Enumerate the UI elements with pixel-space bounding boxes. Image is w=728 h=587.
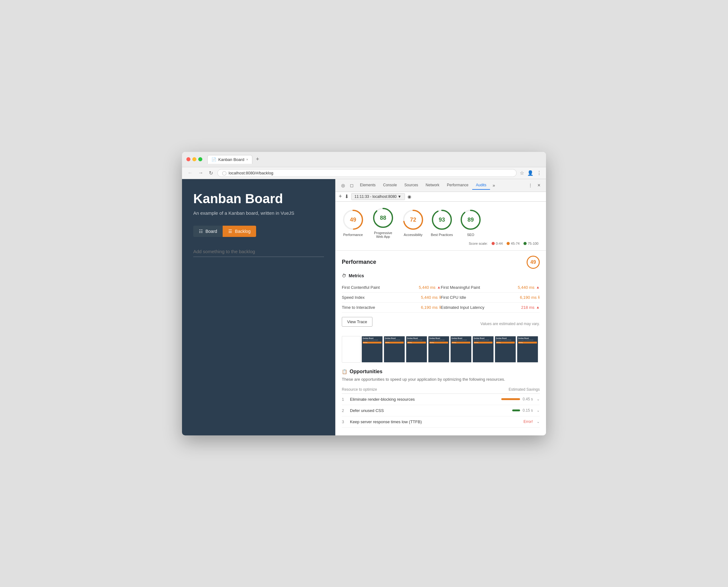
fcp-label: First Contentful Paint [342, 285, 380, 290]
forward-button[interactable]: → [197, 169, 205, 176]
close-traffic-light[interactable] [186, 157, 190, 161]
filmstrip-frame-7: Kanban Board An example of a Kanban boar… [495, 336, 516, 362]
pwa-score-number: 88 [380, 214, 386, 221]
kanban-subtitle: An example of a Kanban board, written in… [193, 210, 324, 216]
accessibility-score-label: Accessibility [404, 233, 423, 237]
devtools-toolbar: ◎ ◻ Elements Console Sources Network Per… [336, 179, 546, 192]
add-audit-button[interactable]: + [339, 193, 342, 200]
scale-red-dot [492, 242, 495, 245]
fci-value-row: 6,190 ms ℹ [520, 295, 540, 300]
opp-3-chevron[interactable]: ⌄ [537, 420, 540, 424]
backlog-button[interactable]: ☰ Backlog [223, 226, 256, 237]
scale-green: 75-100 [523, 242, 539, 245]
opp-2-chevron[interactable]: ⌄ [537, 408, 540, 413]
metric-estimated-input-latency: Estimated Input Latency 218 ms ▲ [441, 303, 540, 312]
opp-1-savings-row: 0.45 s [501, 397, 533, 401]
opp-2-savings-row: 0.15 s [512, 408, 533, 413]
scores-row: 49 Performance 88 Progress [342, 207, 540, 238]
metrics-subsection-header: ⏱ Metrics [342, 273, 540, 278]
devtools-secondary-bar: + ⬇ 11:11:33 - localhost:8080 ▼ ◉ [336, 192, 546, 202]
tab-audits[interactable]: Audits [472, 181, 490, 190]
score-accessibility[interactable]: 72 Accessibility [402, 209, 424, 237]
accessibility-circle: 72 [402, 209, 424, 231]
opp-1-chevron[interactable]: ⌄ [537, 397, 540, 401]
opp-3-num: 3 [342, 420, 346, 424]
opp-3-name: Keep server response times low (TTFB) [350, 420, 520, 424]
tab-close-button[interactable]: × [246, 158, 248, 161]
filmstrip-frame-4: Kanban Board An example of a Kanban boar… [428, 336, 449, 362]
eil-label: Estimated Input Latency [441, 305, 484, 310]
metric-speed-index: Speed Index 5,440 ms ℹ [342, 292, 441, 303]
device-toolbar-button[interactable]: ◻ [347, 182, 356, 189]
opp-2-savings-bar [512, 409, 520, 411]
eil-icon: ▲ [536, 305, 540, 309]
audit-session-selector[interactable]: 11:11:33 - localhost:8080 ▼ [351, 193, 405, 200]
board-button[interactable]: ☷ Board [193, 226, 223, 237]
score-performance[interactable]: 49 Performance [342, 209, 364, 237]
kanban-nav: ☷ Board ☰ Backlog [193, 226, 324, 237]
devtools-options-button[interactable]: ⋮ [526, 182, 535, 189]
tab-sources[interactable]: Sources [401, 181, 422, 190]
performance-section: Performance 49 ⏱ Metrics First Contentfu… [336, 251, 546, 436]
download-button[interactable]: ⬇ [345, 193, 349, 199]
tab-network[interactable]: Network [422, 181, 443, 190]
section-header: Performance 49 [342, 256, 540, 269]
tab-icon: 📄 [211, 157, 217, 162]
filmstrip-blank-frame [342, 336, 361, 362]
tab-console[interactable]: Console [379, 181, 401, 190]
tab-elements[interactable]: Elements [356, 181, 379, 190]
opp-2-name: Defer unused CSS [350, 408, 508, 413]
score-seo[interactable]: 89 SEO [459, 209, 482, 237]
view-trace-button[interactable]: View Trace [342, 317, 372, 327]
back-button[interactable]: ← [186, 169, 194, 176]
profile-icon[interactable]: 👤 [527, 170, 533, 176]
si-value: 5,440 ms [421, 295, 437, 300]
filmstrip-frame-2: Kanban Board An example of a Kanban boar… [384, 336, 405, 362]
backlog-input[interactable] [193, 246, 324, 257]
metric-first-contentful-paint: First Contentful Paint 5,440 ms ▲ [342, 283, 441, 292]
more-tabs-button[interactable]: » [490, 181, 498, 190]
devtools-close-button[interactable]: × [535, 181, 543, 189]
col-savings-label: Estimated Savings [509, 387, 540, 392]
estimated-note: Values are estimated and may vary. [480, 322, 540, 326]
si-label: Speed Index [342, 295, 365, 300]
menu-icon[interactable]: ⋮ [537, 170, 542, 176]
reload-audit-button[interactable]: ◉ [407, 194, 411, 199]
filmstrip: Kanban Board An example of a Kanban boar… [342, 336, 540, 362]
score-best-practices[interactable]: 93 Best Practices [431, 209, 453, 237]
tab-performance[interactable]: Performance [443, 181, 472, 190]
address-input[interactable]: ◯ localhost:8080/#/backlog [217, 169, 517, 177]
fmp-label: First Meaningful Paint [441, 285, 480, 290]
tti-value: 6,190 ms [421, 305, 437, 310]
pwa-circle: 88 [372, 207, 394, 229]
opportunities-description: These are opportunities to speed up your… [342, 377, 540, 382]
new-tab-button[interactable]: + [254, 155, 262, 163]
score-pwa[interactable]: 88 Progressive Web App [370, 207, 395, 238]
col-resource-label: Resource to optimize [342, 387, 377, 392]
opp-1-savings-bar [501, 398, 520, 400]
fcp-value-row: 5,440 ms ▲ [419, 285, 440, 290]
maximize-traffic-light[interactable] [198, 157, 202, 161]
inspect-element-button[interactable]: ◎ [339, 182, 347, 189]
opp-1-num: 1 [342, 397, 346, 402]
board-icon: ☷ [199, 229, 203, 234]
fcp-value: 5,440 ms [419, 285, 435, 290]
opportunity-row-1: 1 Eliminate render-blocking resources 0.… [342, 394, 540, 405]
bookmark-icon[interactable]: ☆ [520, 170, 524, 176]
opp-2-num: 2 [342, 408, 346, 413]
seo-score-label: SEO [467, 233, 474, 237]
minimize-traffic-light[interactable] [192, 157, 197, 161]
opportunities-section: 📋 Opportunities These are opportunities … [342, 369, 540, 432]
browser-tab[interactable]: 📄 Kanban Board × [207, 155, 252, 164]
opportunity-row-2: 2 Defer unused CSS 0.15 s ⌄ [342, 405, 540, 416]
metric-first-cpu-idle: First CPU Idle 6,190 ms ℹ [441, 292, 540, 303]
eil-value-row: 218 ms ▲ [521, 305, 540, 310]
score-scale-label: Score scale: [469, 242, 488, 245]
opportunities-icon: 📋 [342, 369, 347, 374]
reload-button[interactable]: ↻ [208, 169, 214, 177]
opp-1-name: Eliminate render-blocking resources [350, 397, 498, 402]
best-practices-score-label: Best Practices [431, 233, 453, 237]
filmstrip-frame-1: Kanban Board An example of a Kanban boar… [362, 336, 383, 362]
metrics-col-left: First Contentful Paint 5,440 ms ▲ Speed … [342, 283, 441, 312]
performance-circle: 49 [342, 209, 364, 231]
